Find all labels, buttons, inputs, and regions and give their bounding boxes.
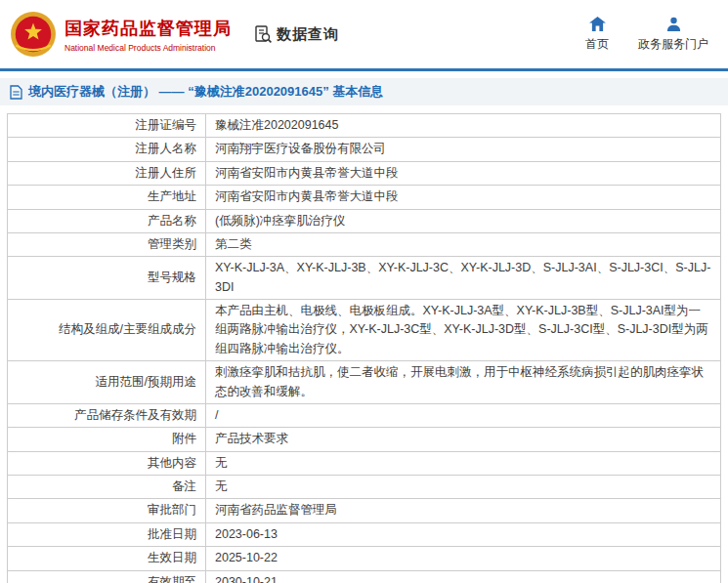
info-table: 注册证编号豫械注准20202091645注册人名称河南翔宇医疗设备股份有限公司注…: [7, 113, 721, 583]
org-name-cn: 国家药品监督管理局: [64, 17, 232, 40]
nav-portal[interactable]: 政务服务门户: [638, 17, 708, 53]
row-value: 产品技术要求: [206, 428, 721, 451]
row-value: 2025-10-22: [206, 547, 721, 570]
nav-home-label: 首页: [585, 36, 609, 53]
table-row: 产品名称(低频脉)冲痉挛肌治疗仪: [8, 209, 721, 232]
brand-home-link[interactable]: 国家药品监督管理局 National Medical Products Admi…: [10, 11, 232, 58]
table-row: 产品储存条件及有效期/: [8, 403, 721, 427]
row-label: 生效日期: [8, 547, 206, 570]
row-label: 产品名称: [8, 209, 206, 232]
table-row: 有效期至2030-10-21: [8, 570, 721, 583]
org-name-en: National Medical Products Administration: [64, 43, 232, 53]
row-label: 注册人名称: [8, 138, 206, 161]
row-label: 注册人住所: [8, 161, 206, 185]
row-value: 无: [206, 451, 721, 475]
row-label: 附件: [8, 428, 206, 451]
row-label: 型号规格: [8, 257, 206, 300]
table-row: 注册人名称河南翔宇医疗设备股份有限公司: [8, 138, 721, 161]
row-value: 2023-06-13: [206, 522, 721, 546]
row-label: 管理类别: [8, 232, 206, 256]
info-table-body: 注册证编号豫械注准20202091645注册人名称河南翔宇医疗设备股份有限公司注…: [8, 114, 721, 583]
table-row: 批准日期2023-06-13: [8, 522, 721, 546]
site-header: 国家药品监督管理局 National Medical Products Admi…: [0, 0, 728, 71]
breadcrumb: 境内医疗器械（注册） —— “豫械注准20202091645” 基本信息: [0, 78, 728, 105]
row-value: 河南省安阳市内黄县帝誉大道中段: [206, 161, 721, 185]
row-label: 适用范围/预期用途: [8, 361, 206, 404]
data-query-nav[interactable]: 数据查询: [253, 24, 339, 44]
brand-text: 国家药品监督管理局 National Medical Products Admi…: [64, 17, 232, 53]
row-value: 无: [206, 476, 721, 499]
data-query-label: 数据查询: [277, 25, 339, 44]
row-label: 注册证编号: [8, 114, 206, 138]
table-row: 其他内容无: [8, 451, 721, 475]
table-row: 生效日期2025-10-22: [8, 547, 721, 570]
home-icon: [589, 17, 606, 32]
user-icon: [666, 17, 681, 32]
row-label: 备注: [8, 476, 206, 499]
row-value: 第二类: [206, 232, 721, 256]
row-label: 结构及组成/主要组成成分: [8, 300, 206, 361]
table-row: 生产地址河南省安阳市内黄县帝誉大道中段: [8, 186, 721, 209]
table-row: 注册证编号豫械注准20202091645: [8, 114, 721, 138]
row-value: 2030-10-21: [206, 570, 721, 583]
document-icon: [10, 85, 22, 100]
page: 国家药品监督管理局 National Medical Products Admi…: [0, 0, 728, 583]
table-row: 型号规格XY-K-JLJ-3A、XY-K-JLJ-3B、XY-K-JLJ-3C、…: [8, 257, 721, 300]
search-document-icon: [253, 24, 273, 44]
table-row: 审批部门河南省药品监督管理局: [8, 499, 721, 522]
row-label: 生产地址: [8, 186, 206, 209]
row-value: 豫械注准20202091645: [206, 114, 721, 138]
row-value: /: [206, 403, 721, 427]
nav-home[interactable]: 首页: [585, 17, 609, 53]
table-row: 附件产品技术要求: [8, 428, 721, 451]
top-nav: 首页 政务服务门户: [585, 17, 714, 53]
table-row: 适用范围/预期用途刺激痉挛肌和拮抗肌，使二者收缩，开展电刺激，用于中枢神经系统病…: [8, 361, 721, 404]
row-label: 其他内容: [8, 451, 206, 475]
table-row: 结构及组成/主要组成成分本产品由主机、电极线、电极板组成。XY-K-JLJ-3A…: [8, 300, 721, 361]
table-row: 注册人住所河南省安阳市内黄县帝誉大道中段: [8, 161, 721, 185]
row-value: 河南省药品监督管理局: [206, 499, 721, 522]
nav-portal-label: 政务服务门户: [638, 36, 708, 53]
row-label: 产品储存条件及有效期: [8, 403, 206, 427]
row-value: 河南省安阳市内黄县帝誉大道中段: [206, 186, 721, 209]
row-value: (低频脉)冲痉挛肌治疗仪: [206, 209, 721, 232]
row-value: XY-K-JLJ-3A、XY-K-JLJ-3B、XY-K-JLJ-3C、XY-K…: [206, 257, 721, 300]
row-value: 刺激痉挛肌和拮抗肌，使二者收缩，开展电刺激，用于中枢神经系统病损引起的肌肉痉挛状…: [206, 361, 721, 404]
page-title: 境内医疗器械（注册） —— “豫械注准20202091645” 基本信息: [28, 83, 383, 101]
row-label: 有效期至: [8, 570, 206, 583]
table-row: 管理类别第二类: [8, 232, 721, 256]
row-value: 本产品由主机、电极线、电极板组成。XY-K-JLJ-3A型、XY-K-JLJ-3…: [206, 300, 721, 361]
row-label: 批准日期: [8, 522, 206, 546]
row-value: 河南翔宇医疗设备股份有限公司: [206, 138, 721, 161]
row-label: 审批部门: [8, 499, 206, 522]
nmpa-logo-icon: [10, 11, 57, 58]
table-row: 备注无: [8, 476, 721, 499]
